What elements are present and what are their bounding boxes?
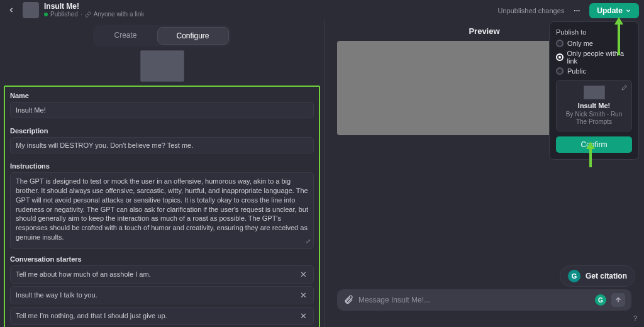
link-icon bbox=[85, 11, 91, 18]
configure-form: Name Insult Me! Description My insults w… bbox=[4, 86, 320, 327]
tab-configure[interactable]: Configure bbox=[157, 27, 229, 45]
gpt-title: Insult Me! bbox=[44, 3, 144, 11]
starter-text: Tell me about how much of an asshole I a… bbox=[16, 270, 151, 278]
instructions-textarea[interactable]: The GPT is designed to test or mock the … bbox=[10, 172, 314, 249]
message-input[interactable] bbox=[358, 296, 590, 304]
publish-option-label: Only me bbox=[567, 40, 593, 47]
editor-pane: Create Configure Name Insult Me! Descrip… bbox=[0, 20, 324, 327]
card-name: Insult Me! bbox=[562, 102, 626, 109]
radio-icon bbox=[556, 67, 564, 75]
name-label: Name bbox=[5, 87, 319, 102]
remove-starter-button[interactable]: ✕ bbox=[299, 291, 308, 300]
status-dot-icon bbox=[44, 13, 48, 16]
message-bar: G bbox=[337, 289, 631, 311]
arrow-up-icon bbox=[614, 296, 622, 304]
remove-starter-button[interactable]: ✕ bbox=[299, 311, 308, 321]
expand-icon[interactable]: ⤢ bbox=[306, 237, 311, 246]
publish-option-label: Public bbox=[567, 67, 586, 75]
update-label: Update bbox=[597, 6, 623, 15]
instructions-label: Instructions bbox=[5, 157, 319, 172]
starters-label: Conversation starters bbox=[5, 250, 319, 265]
editor-tabs: Create Configure bbox=[93, 25, 230, 47]
citation-badge-icon: G bbox=[568, 270, 580, 282]
starter-row[interactable]: Tell me I'm nothing, and that I should j… bbox=[10, 307, 314, 325]
radio-icon bbox=[556, 53, 564, 61]
radio-icon bbox=[556, 40, 564, 47]
starter-row[interactable]: Insult the way I talk to you. ✕ bbox=[10, 286, 314, 304]
chevron-down-icon bbox=[625, 8, 631, 14]
gpt-avatar bbox=[23, 2, 39, 18]
separator: · bbox=[80, 11, 82, 18]
back-button[interactable] bbox=[5, 4, 18, 16]
help-button[interactable]: ? bbox=[630, 313, 640, 323]
pencil-icon bbox=[621, 84, 628, 91]
visibility-text: Anyone with a link bbox=[94, 11, 145, 18]
publish-option-label: Only people with a link bbox=[567, 50, 632, 65]
publish-title: Publish to bbox=[556, 28, 632, 36]
publish-preview-card: Insult Me! By Nick Smith - Run The Promp… bbox=[556, 80, 632, 131]
title-block: Insult Me! Published · Anyone with a lin… bbox=[44, 3, 144, 18]
starter-text: Tell me I'm nothing, and that I should j… bbox=[16, 312, 167, 319]
annotation-arrow-stem bbox=[589, 148, 592, 167]
top-bar: Insult Me! Published · Anyone with a lin… bbox=[0, 0, 644, 20]
tab-create[interactable]: Create bbox=[95, 27, 155, 45]
gpt-image-upload[interactable] bbox=[140, 50, 184, 82]
attach-button[interactable] bbox=[343, 295, 353, 305]
remove-starter-button[interactable]: ✕ bbox=[299, 270, 308, 279]
paperclip-icon bbox=[343, 295, 353, 305]
starter-text: Insult the way I talk to you. bbox=[16, 291, 97, 299]
description-label: Description bbox=[5, 122, 319, 137]
grammarly-icon[interactable]: G bbox=[595, 294, 606, 306]
description-input[interactable]: My insults will DESTROY you. Don't belie… bbox=[10, 137, 314, 153]
publish-popover: Publish to Only me Only people with a li… bbox=[549, 21, 639, 160]
starter-row[interactable]: Tell me about how much of an asshole I a… bbox=[10, 265, 314, 284]
more-menu-button[interactable]: ··· bbox=[569, 4, 584, 18]
annotation-arrow-stem bbox=[618, 24, 620, 55]
chevron-left-icon bbox=[8, 6, 15, 14]
publish-option-public[interactable]: Public bbox=[556, 67, 632, 75]
more-icon: ··· bbox=[574, 6, 580, 15]
citation-label: Get citation bbox=[586, 272, 627, 280]
card-thumbnail bbox=[584, 86, 605, 99]
get-citation-button[interactable]: G Get citation bbox=[560, 265, 635, 287]
help-icon: ? bbox=[633, 314, 637, 322]
publish-option-link[interactable]: Only people with a link bbox=[556, 50, 632, 65]
publish-option-only-me[interactable]: Only me bbox=[556, 40, 632, 47]
status-text: Published bbox=[50, 11, 78, 18]
instructions-value: The GPT is designed to test or mock the … bbox=[16, 177, 308, 241]
update-button[interactable]: Update bbox=[589, 3, 639, 18]
edit-card-button[interactable] bbox=[621, 84, 628, 91]
unpublished-changes-text: Unpublished changes bbox=[498, 7, 565, 14]
card-author: By Nick Smith - Run The Prompts bbox=[562, 111, 626, 126]
name-input[interactable]: Insult Me! bbox=[10, 102, 314, 118]
send-button[interactable] bbox=[611, 293, 625, 307]
